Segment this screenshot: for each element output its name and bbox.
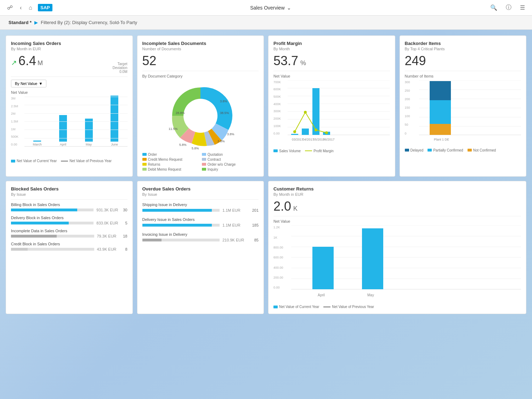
delivery-issue-bar-fill — [142, 224, 212, 227]
svg-point-22 — [304, 111, 307, 114]
incoming-sales-card: Incoming Sales Orders By Month in EUR ↗ … — [6, 35, 133, 177]
help-icon[interactable]: ⓘ — [504, 2, 513, 13]
svg-text:5.8%: 5.8% — [192, 147, 199, 150]
invoicing-count: 85 — [250, 238, 259, 242]
incomplete-title: Incomplete Sales Documents — [142, 41, 259, 46]
svg-text:3.8%: 3.8% — [220, 99, 227, 103]
credit-value: 43.9K EUR — [97, 247, 118, 251]
backorder-legend: Delayed Partially Confirmed Not Confirme… — [405, 148, 521, 152]
filter-info: Filtered By (2): Display Currency, Sold-… — [41, 20, 137, 25]
dropdown-arrow: ▼ — [39, 81, 43, 86]
svg-rect-18 — [302, 129, 309, 135]
returns-title: Customer Returns — [273, 186, 521, 192]
incomplete-bar-fill — [11, 235, 57, 238]
delivery-bar-fill — [11, 222, 69, 224]
svg-text:Plant 1 DE: Plant 1 DE — [434, 138, 449, 141]
svg-text:April: April — [318, 293, 325, 297]
main-content: Incoming Sales Orders By Month in EUR ↗ … — [0, 30, 532, 320]
returns-subtitle: By Month in EUR — [273, 192, 521, 196]
incomplete-kpi: 52 — [142, 54, 259, 68]
incoming-sales-subtitle: By Month in EUR — [11, 47, 128, 51]
title-text: Sales Overview — [250, 5, 284, 11]
overdue-row-shipping: Shipping Issue in Delivery 1.1M EUR 201 — [142, 203, 259, 212]
invoicing-value: 210.9K EUR — [222, 238, 247, 242]
overdue-row-delivery: Delivery Issue in Sales Orders 1.1M EUR … — [142, 217, 259, 227]
profit-kpi: 53.7 — [273, 54, 298, 68]
incoming-legend: Net Value of Current Year Net Value of P… — [11, 159, 128, 163]
overdue-row-invoicing: Invoicing Issue in Delivery 210.9K EUR 8… — [142, 232, 259, 242]
billing-bar-track — [11, 209, 94, 211]
shipping-count: 201 — [250, 208, 259, 212]
svg-text:38.5%: 38.5% — [220, 111, 229, 115]
shipping-bar-track — [142, 209, 220, 212]
profit-subtitle: By Month — [273, 47, 390, 51]
svg-text:5.8%: 5.8% — [179, 143, 187, 147]
svg-rect-17 — [291, 134, 298, 135]
incomplete-sales-card: Incomplete Sales Documents Number of Doc… — [137, 35, 264, 177]
menu-icon[interactable]: ☰ — [519, 3, 526, 12]
delivery-issue-count: 185 — [250, 223, 259, 227]
net-value-select[interactable]: By Net Value ▼ — [11, 80, 46, 87]
delivery-issue-value: 1.1M EUR — [222, 223, 247, 227]
svg-text:04/2017: 04/2017 — [302, 138, 314, 141]
blocked-sales-card: Blocked Sales Orders By Issue Billing Bl… — [6, 181, 133, 314]
chevron-down-icon: ⌄ — [287, 5, 291, 11]
sap-logo: SAP — [38, 4, 52, 11]
credit-bar-fill — [11, 248, 28, 251]
customer-returns-card: Customer Returns By Month in EUR 2.0 K N… — [268, 181, 526, 314]
delivery-bar-track — [11, 222, 94, 224]
overdue-sales-card: Overdue Sales Orders By Issue Shipping I… — [137, 181, 264, 314]
toolbar: Standard * ▶ Filtered By (2): Display Cu… — [0, 16, 532, 30]
back-icon[interactable]: ‹ — [18, 3, 23, 12]
returns-kpi: 2.0 — [273, 199, 291, 213]
svg-rect-36 — [430, 124, 451, 135]
incomplete-count: 18 — [121, 234, 128, 238]
shipping-value: 1.1M EUR — [222, 208, 247, 212]
incomplete-value: 79.3K EUR — [97, 234, 118, 238]
top-bar-left: ☍ ‹ ⌂ SAP — [6, 3, 52, 12]
svg-text:11.5%: 11.5% — [169, 127, 178, 131]
delivery-issue-bar-track — [142, 224, 220, 227]
backorder-kpi: 249 — [405, 53, 426, 68]
incomplete-bar-track — [11, 235, 94, 238]
blocked-title: Blocked Sales Orders — [11, 186, 128, 192]
svg-text:3.8%: 3.8% — [217, 139, 225, 143]
svg-text:3.8%: 3.8% — [227, 132, 234, 136]
svg-point-21 — [293, 130, 296, 133]
top-bar-right: 🔍 ⓘ ☰ — [489, 2, 526, 13]
top-bar: ☍ ‹ ⌂ SAP Sales Overview ⌄ 🔍 ⓘ ☰ — [0, 0, 532, 16]
profit-unit: % — [300, 59, 306, 67]
blocked-row-incomplete: Incomplete Data in Sales Orders 79.3K EU… — [11, 229, 128, 238]
svg-point-24 — [325, 131, 328, 134]
svg-text:28.8%: 28.8% — [176, 111, 185, 115]
billing-count: 30 — [121, 208, 128, 212]
profit-net-label: Net Value — [273, 74, 390, 78]
returns-net-label: Net Value — [273, 219, 521, 223]
home-icon[interactable]: ⌂ — [27, 3, 34, 12]
incomplete-subtitle: Number of Documents — [142, 47, 259, 51]
backorder-card: Backorder Items By Top 4 Critical Plants… — [400, 35, 527, 177]
svg-rect-47 — [312, 247, 334, 289]
delivery-value: 833.0K EUR — [96, 221, 118, 225]
returns-legend: Net Value of Current Year Net Value of P… — [273, 305, 521, 309]
svg-text:06/2017: 06/2017 — [323, 138, 335, 141]
donut-chart: 38.5% 3.8% 3.8% 5.8% 5.8% 11.5% 28.8% 3.… — [142, 80, 259, 151]
filter-icon: ▶ — [34, 20, 38, 25]
blocked-row-billing: Billing Block in Sales Orders 931.3K EUR… — [11, 203, 128, 212]
profit-legend: Sales Volume Profit Margin — [273, 149, 390, 153]
overdue-title: Overdue Sales Orders — [142, 186, 259, 192]
blocked-row-credit: Credit Block in Sales Orders 43.9K EUR 8 — [11, 242, 128, 251]
billing-bar-fill — [11, 209, 77, 211]
svg-text:May: May — [367, 293, 374, 297]
view-label: Standard * — [9, 20, 32, 25]
invoicing-bar-track — [142, 239, 220, 241]
svg-point-0 — [183, 99, 217, 133]
billing-value: 931.3K EUR — [96, 208, 118, 212]
search-icon[interactable]: 🔍 — [489, 3, 499, 12]
backorder-title: Backorder Items — [405, 41, 521, 46]
incoming-unit: M — [38, 59, 43, 67]
user-icon[interactable]: ☍ — [6, 3, 14, 12]
svg-rect-37 — [430, 100, 451, 124]
svg-rect-19 — [312, 88, 319, 135]
credit-count: 8 — [121, 247, 128, 251]
